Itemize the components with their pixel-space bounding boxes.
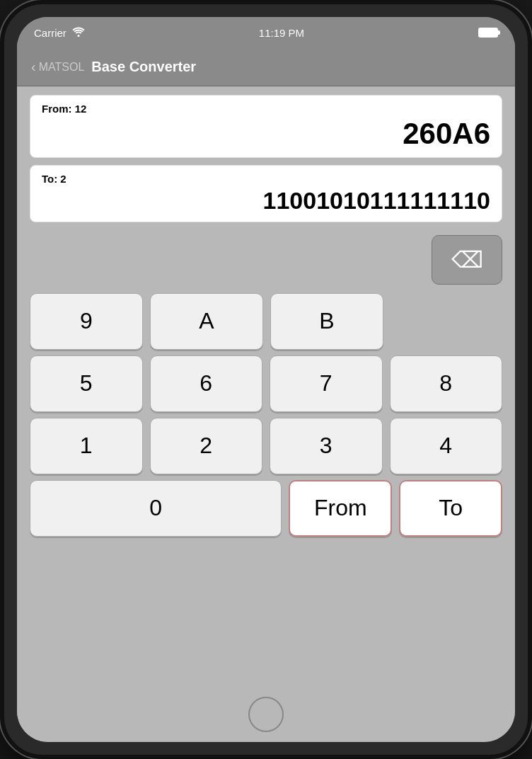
main-content: From: 12 260A6 To: 2 11001010111111110 ⌫ [17, 86, 515, 687]
from-label: From: 12 [42, 103, 490, 115]
key-4[interactable]: 4 [390, 418, 503, 474]
key-5[interactable]: 5 [30, 355, 143, 412]
key-A[interactable]: A [150, 293, 263, 350]
svg-point-0 [77, 35, 79, 37]
key-row-2: 5 6 7 8 [30, 355, 502, 412]
battery-area [478, 28, 498, 38]
key-8[interactable]: 8 [390, 355, 503, 412]
backspace-row: ⌫ [30, 235, 502, 285]
from-value: 260A6 [42, 118, 490, 150]
back-chevron-icon: ‹ [31, 59, 36, 75]
key-3[interactable]: 3 [270, 418, 383, 474]
key-1[interactable]: 1 [30, 418, 143, 474]
backspace-icon: ⌫ [451, 246, 483, 273]
home-indicator-area [17, 687, 515, 742]
key-7[interactable]: 7 [270, 355, 383, 412]
key-B[interactable]: B [270, 293, 383, 350]
to-label: To: 2 [42, 173, 490, 185]
nav-bar: ‹ MATSOL Base Converter [17, 48, 515, 86]
back-button[interactable]: ‹ MATSOL [31, 59, 84, 75]
key-row-bottom: 0 From To [30, 480, 502, 537]
from-button[interactable]: From [289, 480, 392, 537]
home-button[interactable] [248, 697, 284, 732]
device-frame: Carrier 11:19 PM ‹ MATSOL [0, 0, 532, 759]
to-value: 11001010111111110 [42, 188, 490, 214]
key-9[interactable]: 9 [30, 293, 143, 350]
battery-icon [478, 28, 498, 38]
status-bar: Carrier 11:19 PM [17, 17, 515, 48]
to-button[interactable]: To [399, 480, 502, 537]
keypad-area: ⌫ 9 A B 5 6 7 8 [30, 229, 502, 678]
nav-title: Base Converter [91, 59, 196, 75]
wifi-icon [72, 27, 85, 39]
time-display: 11:19 PM [259, 27, 304, 39]
to-display: To: 2 11001010111111110 [30, 165, 502, 222]
from-display: From: 12 260A6 [30, 95, 502, 158]
status-left: Carrier [34, 27, 85, 39]
key-0[interactable]: 0 [30, 480, 282, 537]
carrier-label: Carrier [34, 27, 66, 39]
key-row-3: 1 2 3 4 [30, 418, 502, 474]
key-6[interactable]: 6 [150, 355, 263, 412]
key-row-1: 9 A B [30, 293, 502, 350]
key-2[interactable]: 2 [150, 418, 263, 474]
backspace-button[interactable]: ⌫ [432, 235, 502, 285]
back-label: MATSOL [39, 61, 85, 74]
device-screen: Carrier 11:19 PM ‹ MATSOL [17, 17, 515, 742]
